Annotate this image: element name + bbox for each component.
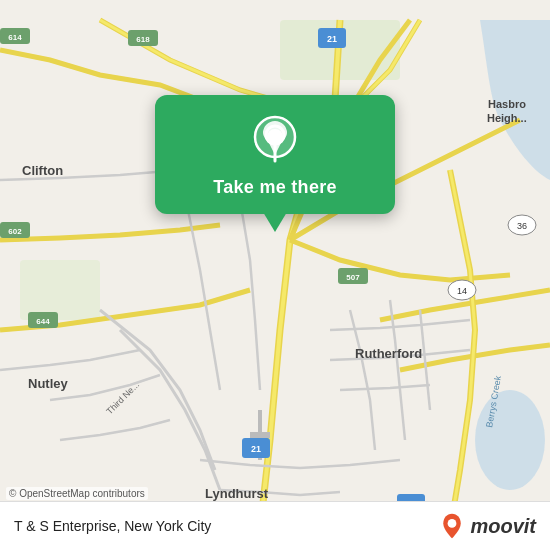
moovit-logo: moovit: [438, 512, 536, 540]
svg-text:Lyndhurst: Lyndhurst: [205, 486, 269, 501]
copyright-text: © OpenStreetMap contributors: [6, 487, 148, 500]
svg-text:602: 602: [8, 227, 22, 236]
svg-text:36: 36: [517, 221, 527, 231]
svg-point-34: [271, 131, 279, 139]
svg-text:Clifton: Clifton: [22, 163, 63, 178]
app: 21 614 618 602 644 507 14: [0, 0, 550, 550]
svg-point-36: [448, 519, 457, 528]
moovit-brand-text: moovit: [470, 515, 536, 538]
svg-text:644: 644: [36, 317, 50, 326]
svg-text:21: 21: [251, 444, 261, 454]
map-roads-svg: 21 614 618 602 644 507 14: [0, 0, 550, 550]
svg-text:614: 614: [8, 33, 22, 42]
svg-point-0: [475, 390, 545, 490]
svg-text:Nutley: Nutley: [28, 376, 69, 391]
location-pin-icon: [249, 115, 301, 167]
svg-text:Rutherford: Rutherford: [355, 346, 422, 361]
popup-label: Take me there: [213, 177, 337, 198]
location-label: T & S Enterprise, New York City: [14, 518, 211, 534]
map-background: 21 614 618 602 644 507 14: [0, 0, 550, 550]
svg-text:14: 14: [457, 286, 467, 296]
bottom-bar: T & S Enterprise, New York City moovit: [0, 501, 550, 550]
svg-text:Heigh...: Heigh...: [487, 112, 527, 124]
svg-text:21: 21: [327, 34, 337, 44]
svg-text:Third Ne...: Third Ne...: [104, 380, 141, 417]
svg-text:Hasbro: Hasbro: [488, 98, 526, 110]
svg-rect-2: [20, 260, 100, 320]
map-container: 21 614 618 602 644 507 14: [0, 0, 550, 550]
svg-text:507: 507: [346, 273, 360, 282]
svg-text:618: 618: [136, 35, 150, 44]
popup-card[interactable]: Take me there: [155, 95, 395, 214]
moovit-pin-icon: [438, 512, 466, 540]
